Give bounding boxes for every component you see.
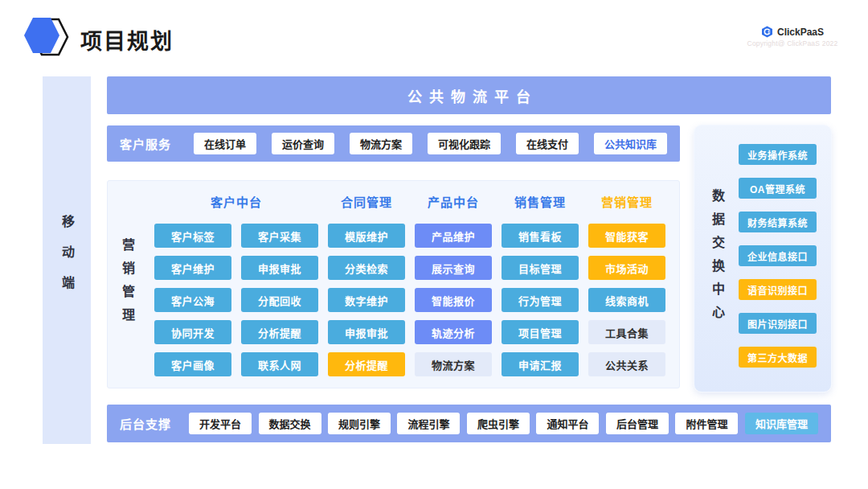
data-exchange-button[interactable]: 第三方大数据 xyxy=(739,347,817,368)
module-cell[interactable]: 项目管理 xyxy=(502,320,579,344)
column-header: 客户中台 xyxy=(154,190,318,212)
module-cell[interactable]: 数字维护 xyxy=(328,288,405,312)
data-exchange-button[interactable]: 财务结算系统 xyxy=(739,212,817,232)
data-exchange-center-label: 数据交换中心 xyxy=(707,125,727,392)
clickpaas-logo-icon xyxy=(761,26,773,38)
customer-service-button[interactable]: 在线支付 xyxy=(516,133,579,154)
module-cell[interactable]: 行为管理 xyxy=(502,288,579,312)
mobile-side-rail: 移动端 xyxy=(43,76,91,444)
column-header: 营销管理 xyxy=(588,190,665,212)
top-banner-public-logistics-platform: 公共物流平台 xyxy=(107,76,831,114)
module-cell[interactable]: 智能报价 xyxy=(415,288,492,312)
data-exchange-button[interactable]: 图片识别接口 xyxy=(739,313,817,334)
data-exchange-center-panel: 数据交换中心 业务操作系统 OA管理系统 财务结算系统 企业信息接口 语音识别接… xyxy=(694,125,832,392)
backend-support-row: 后台支撑 开发平台 数据交换 规则引擎 流程引擎 爬虫引擎 通知平台 后台管理 … xyxy=(107,405,831,442)
data-exchange-button[interactable]: 企业信息接口 xyxy=(739,245,817,266)
marketing-management-panel: 营销管理 客户中台 合同管理 产品中台 销售管理 营销管理 客户标签 客户采集 … xyxy=(107,180,680,388)
module-cell[interactable]: 线索商机 xyxy=(588,288,665,312)
customer-service-button[interactable]: 公共知识库 xyxy=(594,133,667,154)
module-cell[interactable]: 协同开发 xyxy=(154,320,231,344)
customer-service-button[interactable]: 物流方案 xyxy=(350,133,412,154)
brand-block: ClickPaaS Copyright@ ClickPaaS 2022 xyxy=(746,26,839,47)
backend-support-button[interactable]: 数据交换 xyxy=(259,413,321,434)
module-cell[interactable]: 工具合集 xyxy=(588,320,665,344)
customer-service-label: 客户服务 xyxy=(120,135,171,152)
backend-support-button[interactable]: 知识库管理 xyxy=(745,413,818,434)
module-cell[interactable]: 分类检索 xyxy=(328,256,405,280)
data-exchange-button[interactable]: 语音识别接口 xyxy=(739,279,817,300)
module-cell[interactable]: 公共关系 xyxy=(588,352,665,376)
module-cell[interactable]: 展示查询 xyxy=(415,256,492,280)
module-cell[interactable]: 客户公海 xyxy=(154,288,231,312)
module-cell[interactable]: 客户画像 xyxy=(154,352,231,376)
data-exchange-button[interactable]: 业务操作系统 xyxy=(739,144,817,165)
page-title: 项目规划 xyxy=(80,24,174,55)
module-cell[interactable]: 目标管理 xyxy=(502,256,579,280)
backend-support-button[interactable]: 开发平台 xyxy=(189,413,252,434)
top-banner-label: 公共物流平台 xyxy=(400,85,538,106)
backend-support-button[interactable]: 规则引擎 xyxy=(328,413,391,434)
customer-service-button[interactable]: 在线订单 xyxy=(194,133,256,154)
module-cell[interactable]: 分配回收 xyxy=(241,288,318,312)
data-exchange-button[interactable]: OA管理系统 xyxy=(739,178,817,199)
title-hexagon-icon xyxy=(23,15,71,62)
module-cell[interactable]: 分析提醒 xyxy=(328,352,405,376)
module-cell[interactable]: 客户维护 xyxy=(154,256,231,280)
backend-support-button[interactable]: 爬虫引擎 xyxy=(467,413,530,434)
module-cell[interactable]: 物流方案 xyxy=(415,352,492,376)
module-cell[interactable]: 申报审批 xyxy=(328,320,405,344)
column-header: 产品中台 xyxy=(415,190,492,212)
module-cell[interactable]: 销售看板 xyxy=(502,224,579,248)
mobile-side-rail-label: 移动端 xyxy=(57,215,76,306)
data-exchange-buttons: 业务操作系统 OA管理系统 财务结算系统 企业信息接口 语音识别接口 图片识别接… xyxy=(739,144,817,368)
backend-support-button[interactable]: 附件管理 xyxy=(675,413,738,434)
module-cell[interactable]: 申请汇报 xyxy=(502,352,579,376)
module-cell[interactable]: 分析提醒 xyxy=(241,320,318,344)
module-cell[interactable]: 申报审批 xyxy=(241,256,318,280)
module-cell[interactable]: 智能获客 xyxy=(588,224,665,248)
brand-copyright: Copyright@ ClickPaaS 2022 xyxy=(746,39,839,47)
backend-support-button[interactable]: 通知平台 xyxy=(536,413,599,434)
customer-service-buttons: 在线订单 运价查询 物流方案 可视化跟踪 在线支付 公共知识库 xyxy=(194,133,667,154)
backend-support-buttons: 开发平台 数据交换 规则引擎 流程引擎 爬虫引擎 通知平台 后台管理 附件管理 … xyxy=(189,413,818,434)
customer-service-button[interactable]: 运价查询 xyxy=(272,133,334,154)
module-cell[interactable]: 联系人网 xyxy=(241,352,318,376)
backend-support-button[interactable]: 后台管理 xyxy=(606,413,669,434)
module-cell[interactable]: 市场活动 xyxy=(588,256,665,280)
module-cell[interactable]: 轨迹分析 xyxy=(415,320,492,344)
module-cell[interactable]: 客户标签 xyxy=(154,224,231,248)
module-cell[interactable]: 模版维护 xyxy=(328,224,405,248)
column-header: 销售管理 xyxy=(502,190,579,212)
module-grid: 客户中台 合同管理 产品中台 销售管理 营销管理 客户标签 客户采集 模版维护 … xyxy=(154,190,665,376)
backend-support-button[interactable]: 流程引擎 xyxy=(397,413,460,434)
module-cell[interactable]: 客户采集 xyxy=(241,224,318,248)
module-cell[interactable]: 产品维护 xyxy=(415,224,492,248)
customer-service-row: 客户服务 在线订单 运价查询 物流方案 可视化跟踪 在线支付 公共知识库 xyxy=(107,125,680,162)
backend-support-label: 后台支撑 xyxy=(120,415,171,432)
customer-service-button[interactable]: 可视化跟踪 xyxy=(428,133,501,154)
marketing-management-side-label: 营销管理 xyxy=(117,181,137,388)
brand-name: ClickPaaS xyxy=(777,27,824,38)
column-header: 合同管理 xyxy=(328,190,405,212)
